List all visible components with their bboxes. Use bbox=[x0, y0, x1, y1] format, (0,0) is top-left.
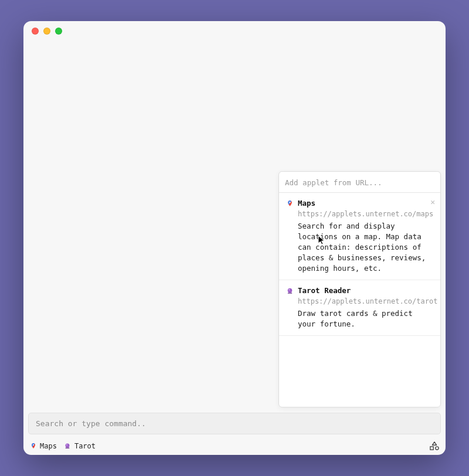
svg-point-5 bbox=[66, 444, 67, 446]
crystal-ball-icon bbox=[64, 443, 72, 450]
shapes-icon[interactable] bbox=[429, 441, 440, 451]
svg-point-2 bbox=[288, 289, 290, 291]
crystal-ball-icon bbox=[286, 287, 294, 295]
window-zoom-button[interactable] bbox=[55, 28, 62, 35]
svg-point-1 bbox=[288, 288, 293, 293]
applet-url: https://applets.unternet.co/tarot bbox=[298, 297, 433, 307]
popover-header bbox=[279, 172, 440, 193]
searchbar-container bbox=[23, 409, 446, 437]
footer-bar: Maps Tarot bbox=[23, 437, 446, 455]
applet-description: Draw tarot cards & predict your fortune. bbox=[298, 308, 433, 329]
applet-popover: ✕ Maps https://applets.unternet.co/maps … bbox=[278, 171, 441, 407]
footer-applet-tarot[interactable]: Tarot bbox=[64, 442, 96, 450]
applet-name: Maps bbox=[298, 198, 315, 209]
applet-card[interactable]: ✕ Maps https://applets.unternet.co/maps … bbox=[279, 193, 440, 280]
svg-point-7 bbox=[436, 447, 439, 450]
footer-applet-maps[interactable]: Maps bbox=[29, 442, 57, 450]
svg-point-3 bbox=[32, 444, 33, 446]
app-window: ✕ Maps https://applets.unternet.co/maps … bbox=[23, 21, 446, 455]
window-minimize-button[interactable] bbox=[43, 28, 50, 35]
svg-point-4 bbox=[66, 444, 70, 448]
window-close-button[interactable] bbox=[32, 28, 39, 35]
add-applet-url-input[interactable] bbox=[285, 178, 434, 187]
main-content: ✕ Maps https://applets.unternet.co/maps … bbox=[23, 41, 446, 409]
applet-url: https://applets.unternet.co/maps bbox=[298, 209, 433, 219]
applet-description: Search for and display locations on a ma… bbox=[298, 221, 433, 274]
command-input[interactable] bbox=[28, 413, 441, 434]
titlebar bbox=[23, 21, 446, 41]
svg-rect-6 bbox=[430, 447, 433, 450]
footer-item-label: Tarot bbox=[74, 442, 96, 450]
maps-pin-icon bbox=[29, 443, 37, 450]
applet-card[interactable]: Tarot Reader https://applets.unternet.co… bbox=[279, 280, 440, 336]
footer-item-label: Maps bbox=[40, 442, 57, 450]
svg-point-0 bbox=[289, 202, 290, 203]
applet-name: Tarot Reader bbox=[298, 285, 351, 296]
maps-pin-icon bbox=[286, 200, 294, 208]
